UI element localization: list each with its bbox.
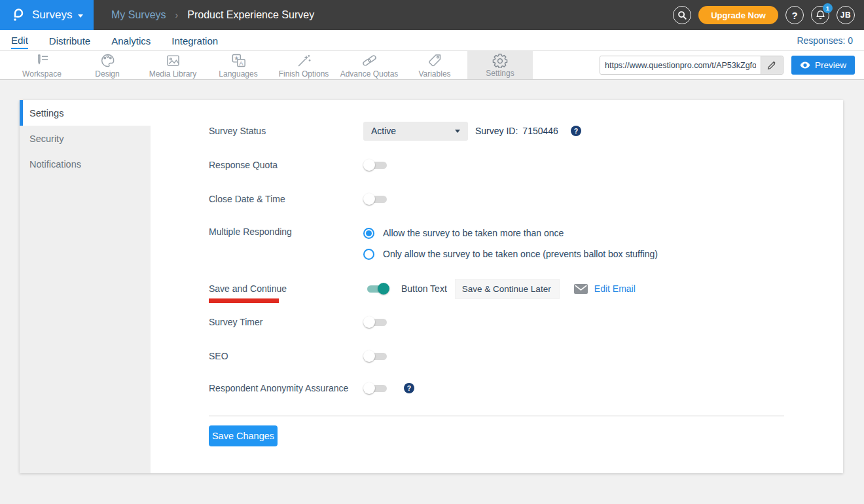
anonymity-row: Respondent Anonymity Assurance ? (209, 382, 843, 395)
finish-options-icon (296, 52, 312, 69)
main-nav-tabs: Edit Distribute Analytics Integration Re… (0, 30, 864, 51)
product-switcher[interactable]: Surveys (0, 0, 94, 30)
survey-url-input[interactable] (600, 56, 761, 74)
close-date-toggle[interactable] (363, 192, 389, 206)
save-continue-label: Save and Continue (209, 283, 363, 294)
edit-email-link[interactable]: Edit Email (574, 283, 636, 294)
seo-toggle[interactable] (363, 350, 389, 363)
advance-quotas-icon (361, 52, 378, 69)
survey-status-dropdown[interactable]: Active (363, 122, 468, 141)
response-quota-row: Response Quota (209, 158, 843, 171)
workspace-icon (34, 52, 50, 69)
radio-icon[interactable] (363, 228, 374, 239)
svg-text:A: A (239, 59, 243, 66)
save-continue-row: Save and Continue Button Text Edit Email (209, 278, 843, 299)
tab-distribute[interactable]: Distribute (49, 33, 90, 48)
responses-count: Responses: 0 (797, 35, 853, 46)
tab-integration[interactable]: Integration (171, 33, 218, 48)
red-underline-marker (209, 298, 279, 303)
survey-timer-toggle[interactable] (363, 315, 389, 329)
breadcrumb-separator: › (175, 10, 179, 20)
top-bar: Surveys My Surveys › Product Experience … (0, 0, 864, 30)
button-text-input[interactable] (455, 279, 560, 299)
breadcrumb: My Surveys › Product Experience Survey (111, 9, 314, 21)
editor-toolbar: Workspace Design Media Library ★ A Langu… (0, 51, 864, 80)
response-quota-label: Response Quota (209, 160, 363, 170)
chevron-down-icon (78, 14, 83, 18)
toolbar-item-design[interactable]: Design (75, 51, 140, 79)
survey-status-label: Survey Status (209, 126, 363, 136)
survey-url-group (600, 56, 783, 75)
media-library-icon (165, 52, 181, 69)
survey-timer-label: Survey Timer (209, 317, 363, 327)
help-button[interactable]: ? (785, 6, 804, 24)
edit-url-button[interactable] (761, 56, 783, 74)
eye-icon (800, 62, 810, 69)
languages-icon: ★ A (230, 52, 247, 69)
close-date-label: Close Date & Time (209, 194, 363, 204)
questionpro-logo-icon (10, 7, 26, 23)
sidebar-item-settings[interactable]: Settings (20, 100, 151, 126)
preview-button[interactable]: Preview (791, 56, 855, 75)
save-changes-button[interactable]: Save Changes (209, 425, 278, 446)
settings-content: Survey Status Active Survey ID: 7150446 … (151, 100, 843, 473)
pencil-icon (767, 61, 776, 70)
close-date-row: Close Date & Time (209, 192, 843, 206)
response-quota-toggle[interactable] (363, 158, 389, 171)
email-icon (574, 284, 588, 294)
radio-only-once[interactable]: Only allow the survey to be taken once (… (363, 247, 658, 261)
button-text-label: Button Text (401, 283, 447, 294)
toolbar-item-variables[interactable]: Variables (402, 51, 467, 79)
anonymity-help-icon[interactable]: ? (404, 383, 414, 393)
sidebar-item-security[interactable]: Security (20, 126, 151, 151)
tab-analytics[interactable]: Analytics (111, 33, 151, 48)
toolbar-item-languages[interactable]: ★ A Languages (206, 51, 271, 79)
tab-edit[interactable]: Edit (11, 32, 28, 49)
radio-icon[interactable] (363, 249, 374, 260)
breadcrumb-my-surveys[interactable]: My Surveys (111, 9, 166, 21)
notification-badge: 1 (823, 3, 833, 13)
settings-workspace: Settings Security Notifications Survey S… (0, 80, 864, 503)
design-icon (99, 52, 116, 69)
settings-card: Settings Security Notifications Survey S… (20, 100, 843, 473)
seo-label: SEO (209, 351, 363, 361)
search-icon (677, 10, 687, 20)
radio-allow-multiple[interactable]: Allow the survey to be taken more than o… (363, 226, 658, 240)
product-name: Surveys (32, 9, 72, 22)
chevron-down-icon (455, 130, 460, 133)
toolbar-item-settings[interactable]: Settings (467, 51, 533, 79)
multiple-responding-row: Multiple Responding Allow the survey to … (209, 226, 843, 261)
toolbar-item-finish-options[interactable]: Finish Options (271, 51, 336, 79)
breadcrumb-current-survey: Product Experience Survey (187, 9, 314, 21)
survey-id-value: 7150446 (522, 126, 558, 136)
avatar[interactable]: JB (837, 6, 855, 24)
notifications-button[interactable]: 1 (811, 6, 829, 24)
multiple-responding-label: Multiple Responding (209, 226, 363, 237)
toolbar-item-workspace[interactable]: Workspace (9, 51, 75, 79)
survey-status-row: Survey Status Active Survey ID: 7150446 … (209, 121, 843, 141)
anonymity-toggle[interactable] (363, 382, 389, 395)
seo-row: SEO (209, 350, 843, 363)
toolbar-item-advance-quotas[interactable]: Advance Quotas (336, 51, 402, 79)
survey-id-help-icon[interactable]: ? (571, 126, 581, 136)
divider (209, 416, 784, 416)
save-continue-toggle[interactable] (363, 282, 389, 295)
search-button[interactable] (673, 6, 691, 24)
sidebar-item-notifications[interactable]: Notifications (20, 151, 151, 177)
survey-timer-row: Survey Timer (209, 315, 843, 329)
settings-sidebar: Settings Security Notifications (20, 100, 151, 473)
toolbar-item-media-library[interactable]: Media Library (140, 51, 206, 79)
variables-icon (427, 52, 443, 69)
upgrade-now-button[interactable]: Upgrade Now (698, 6, 778, 24)
anonymity-label: Respondent Anonymity Assurance (209, 383, 363, 393)
settings-icon (492, 52, 508, 68)
survey-id-label: Survey ID: (475, 126, 518, 136)
